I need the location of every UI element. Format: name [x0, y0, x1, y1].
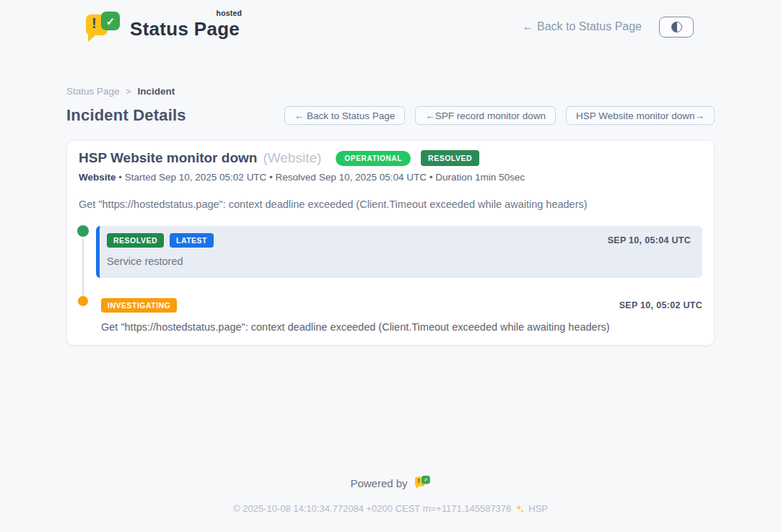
incident-meta: Website • Started Sep 10, 2025 05:02 UTC…: [79, 172, 702, 183]
page-title: Incident Details: [66, 106, 186, 125]
powered-by: Powered by ! ✓: [0, 476, 781, 490]
latest-badge: LATEST: [170, 233, 214, 248]
breadcrumb-separator: >: [126, 87, 131, 97]
statuspage-mini-logo-icon[interactable]: ! ✓: [415, 476, 431, 490]
powered-by-label: Powered by: [350, 477, 407, 489]
timeline-message: Service restored: [107, 256, 691, 267]
prev-incident-button[interactable]: ←SPF record monitor down: [415, 106, 556, 125]
incident-description: Get "https://hostedstatus.page": context…: [79, 199, 702, 210]
timeline-item-header: INVESTIGATING SEP 10, 05:02 UTC: [101, 298, 702, 313]
timeline-message: Get "https://hostedstatus.page": context…: [101, 321, 702, 333]
top-bar-actions: ← Back to Status Page: [523, 17, 694, 38]
timeline-badges: RESOLVED LATEST: [107, 233, 214, 248]
top-bar: ! ✓ Status Page hosted ← Back to Status …: [0, 0, 781, 42]
resolved-badge: RESOLVED: [107, 233, 164, 248]
copyright-line: © 2025-10-08 14:10:34.772084 +0200 CEST …: [0, 503, 781, 514]
heading-row: Incident Details ← Back to Status Page ←…: [66, 106, 715, 125]
check-icon: ✓: [106, 16, 115, 27]
timeline-item-latest: RESOLVED LATEST SEP 10, 05:04 UTC Servic…: [96, 226, 702, 278]
logo-bubble-tail: [88, 33, 97, 42]
back-to-status-page-button[interactable]: ← Back to Status Page: [284, 106, 406, 125]
statuspage-logo[interactable]: ! ✓ Status Page hosted: [86, 12, 240, 42]
timeline-item-investigating: INVESTIGATING SEP 10, 05:02 UTC Get "htt…: [101, 298, 702, 333]
timeline-badges: INVESTIGATING: [101, 298, 177, 313]
breadcrumb-status-page[interactable]: Status Page: [66, 86, 120, 97]
brand-name: Status Page hosted: [130, 14, 240, 40]
breadcrumb-incident: Incident: [138, 86, 175, 97]
resolved-state-badge: RESOLVED: [421, 150, 479, 166]
incident-title-row: HSP Website monitor down (Website) OPERA…: [79, 150, 702, 166]
logo-exclamation: !: [92, 16, 97, 30]
incident-title: HSP Website monitor down: [79, 150, 257, 166]
page-footer: Powered by ! ✓ © 2025-10-08 14:10:34.772…: [0, 476, 781, 532]
sparkles-icon: [515, 504, 525, 514]
check-icon: ✓: [424, 477, 428, 482]
incident-timeline: RESOLVED LATEST SEP 10, 05:04 UTC Servic…: [79, 226, 702, 333]
operational-status-badge: OPERATIONAL: [336, 151, 411, 166]
timeline-timestamp: SEP 10, 05:04 UTC: [608, 235, 691, 245]
timeline-timestamp: SEP 10, 05:02 UTC: [619, 300, 702, 310]
timeline-item-header: RESOLVED LATEST SEP 10, 05:04 UTC: [107, 233, 691, 248]
footer-brand: HSP: [528, 503, 548, 514]
incident-card: HSP Website monitor down (Website) OPERA…: [66, 140, 715, 346]
copyright-text: © 2025-10-08 14:10:34.772084 +0200 CEST …: [233, 503, 511, 514]
contrast-half-circle-icon: [671, 22, 682, 32]
timeline-dot-resolved: [77, 225, 89, 237]
main-content: Status Page > Incident Incident Details …: [66, 86, 715, 346]
incident-meta-details: • Started Sep 10, 2025 05:02 UTC • Resol…: [116, 172, 525, 183]
brand-superscript: hosted: [217, 9, 243, 17]
theme-toggle-button[interactable]: [659, 17, 694, 38]
incident-nav-buttons: ← Back to Status Page ←SPF record monito…: [284, 106, 715, 125]
timeline-dot-investigating: [78, 296, 88, 306]
breadcrumb: Status Page > Incident: [66, 86, 715, 97]
incident-component: (Website): [263, 150, 321, 166]
statuspage-logo-icon: ! ✓: [86, 12, 121, 42]
incident-meta-component: Website: [79, 172, 116, 183]
back-to-status-page-link[interactable]: ← Back to Status Page: [523, 20, 642, 33]
logo-check-square: ✓: [101, 12, 120, 30]
timeline-connector-line: [82, 237, 84, 296]
investigating-badge: INVESTIGATING: [101, 298, 177, 313]
next-incident-button[interactable]: HSP Website monitor down→: [566, 106, 715, 125]
